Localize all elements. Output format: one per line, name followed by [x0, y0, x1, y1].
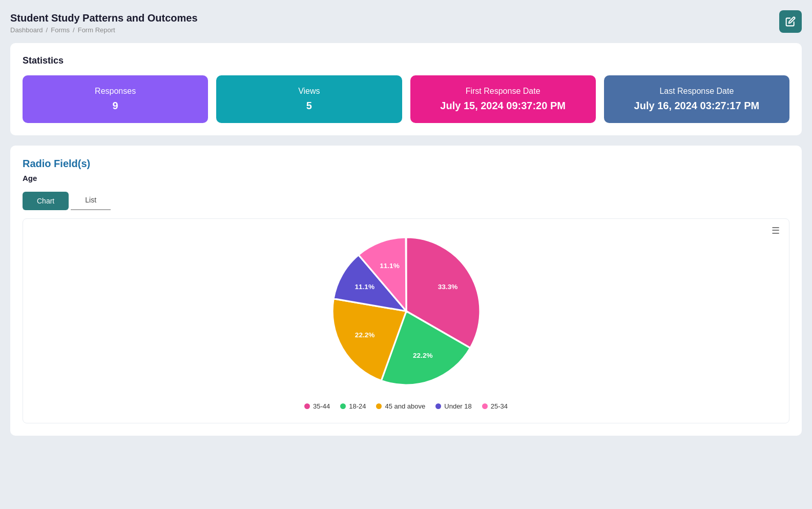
pie-label-1: 22.2% [412, 352, 432, 359]
breadcrumb-sep1: / [46, 26, 48, 34]
radio-fields-section: Radio Field(s) Age Chart List ☰ 33.3%22.… [10, 146, 802, 436]
legend-label-3: Under 18 [444, 402, 471, 410]
legend-dot-3 [435, 403, 441, 409]
legend-dot-1 [340, 403, 346, 409]
pie-label-2: 22.2% [355, 331, 374, 339]
stat-label-1: Views [224, 87, 393, 96]
page-title: Student Study Patterns and Outcomes [10, 12, 802, 24]
chart-menu-icon[interactable]: ☰ [772, 226, 780, 235]
legend-label-1: 18-24 [349, 402, 366, 410]
stat-card-1: Views 5 [216, 75, 402, 123]
radio-section-heading: Radio Field(s) [23, 158, 789, 170]
stat-label-2: First Response Date [419, 87, 588, 96]
statistics-heading: Statistics [23, 55, 789, 66]
stat-value-2: July 15, 2024 09:37:20 PM [419, 100, 588, 112]
stat-label-0: Responses [31, 87, 200, 96]
tab-chart[interactable]: Chart [23, 192, 69, 210]
breadcrumb: Dashboard / Forms / Form Report [10, 26, 802, 34]
statistics-card: Statistics Responses 9 Views 5 First Res… [10, 43, 802, 135]
edit-icon [785, 16, 796, 27]
stats-grid: Responses 9 Views 5 First Response Date … [23, 75, 789, 123]
legend: 35-44 18-24 45 and above Under 18 25-34 [304, 402, 508, 410]
pie-label-4: 11.1% [380, 262, 400, 270]
field-label-age: Age [23, 174, 789, 182]
stat-value-0: 9 [31, 100, 200, 112]
stat-label-3: Last Response Date [612, 87, 781, 96]
pie-label-0: 33.3% [438, 283, 457, 291]
tab-list[interactable]: List [71, 191, 111, 210]
breadcrumb-form-report[interactable]: Form Report [78, 26, 115, 34]
breadcrumb-sep2: / [73, 26, 75, 34]
stat-card-3: Last Response Date July 16, 2024 03:27:1… [604, 75, 789, 123]
stat-value-3: July 16, 2024 03:27:17 PM [612, 100, 781, 112]
legend-dot-2 [376, 403, 382, 409]
stat-card-0: Responses 9 [23, 75, 208, 123]
stat-value-1: 5 [224, 100, 393, 112]
breadcrumb-dashboard[interactable]: Dashboard [10, 26, 43, 34]
pie-chart-svg: 33.3%22.2%22.2%11.1%11.1% [324, 229, 488, 393]
stat-card-2: First Response Date July 15, 2024 09:37:… [410, 75, 596, 123]
chart-area: ☰ 33.3%22.2%22.2%11.1%11.1% 35-44 18-24 … [23, 218, 789, 423]
legend-item-3: Under 18 [435, 402, 471, 410]
page-header: Student Study Patterns and Outcomes Dash… [10, 12, 802, 34]
legend-item-0: 35-44 [304, 402, 330, 410]
pie-container: 33.3%22.2%22.2%11.1%11.1% 35-44 18-24 45… [31, 229, 781, 410]
legend-item-1: 18-24 [340, 402, 366, 410]
top-right-edit-button[interactable] [779, 10, 802, 33]
legend-label-2: 45 and above [385, 402, 425, 410]
legend-item-2: 45 and above [376, 402, 425, 410]
tab-row: Chart List [23, 191, 789, 210]
legend-label-0: 35-44 [313, 402, 330, 410]
breadcrumb-forms[interactable]: Forms [51, 26, 70, 34]
legend-label-4: 25-34 [491, 402, 508, 410]
legend-dot-4 [482, 403, 488, 409]
pie-label-3: 11.1% [355, 283, 374, 291]
legend-item-4: 25-34 [482, 402, 508, 410]
legend-dot-0 [304, 403, 310, 409]
